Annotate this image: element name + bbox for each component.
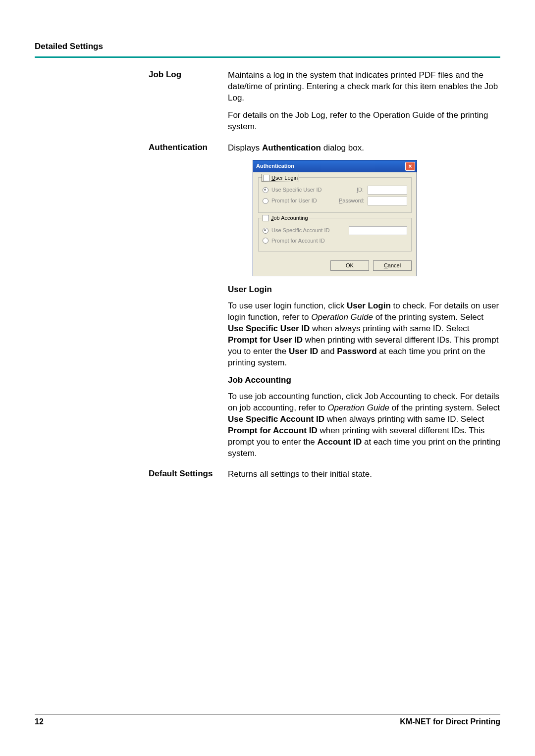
checkbox-user-login[interactable]	[263, 175, 269, 181]
auth-intro-b: Authentication	[262, 143, 321, 152]
legend-user-login[interactable]: User Login	[262, 174, 299, 182]
checkbox-job-accounting[interactable]	[263, 215, 269, 221]
fieldset-job-accounting: Job Accounting Use Specific Account ID	[258, 218, 412, 252]
desc-job-log: Maintains a log in the system that indic…	[228, 70, 500, 139]
job-log-p2: For details on the Job Log, refer to the…	[228, 110, 500, 133]
ja-b1: Use Specific Account ID	[228, 414, 324, 424]
ok-button[interactable]: OK	[330, 260, 369, 271]
auth-intro-a: Displays	[228, 143, 262, 152]
row-job-log: Job Log Maintains a log in the system th…	[149, 70, 500, 139]
ul-b2: Use Specific User ID	[228, 324, 310, 333]
content-area: Job Log Maintains a log in the system th…	[35, 70, 500, 486]
ul-b4: User ID	[289, 347, 319, 356]
fieldset-user-login: User Login Use Specific User ID ID:	[258, 177, 412, 213]
default-settings-p: Returns all settings to their initial st…	[228, 469, 500, 480]
ja-t3: when always printing with same ID. Selec…	[324, 414, 484, 424]
legend-user-login-text: User Login	[271, 174, 298, 182]
section-title: Detailed Settings	[35, 42, 500, 51]
product-name: KM-NET for Direct Printing	[400, 717, 500, 726]
desc-authentication: Displays Authentication dialog box. Auth…	[228, 143, 500, 465]
footer-row: 12 KM-NET for Direct Printing	[35, 717, 500, 726]
cancel-button[interactable]: Cancel	[373, 260, 412, 271]
radio-prompt-for-user-id[interactable]	[263, 198, 268, 204]
ul-b5: Password	[337, 347, 376, 356]
ja-b3: Account ID	[318, 437, 362, 447]
radio-prompt-for-account-id[interactable]	[263, 238, 268, 244]
opt-use-specific-user-id: Use Specific User ID	[271, 186, 321, 194]
input-account-id[interactable]	[349, 226, 407, 235]
row-prompt-for-user-id: Prompt for User ID Password:	[263, 197, 407, 205]
row-prompt-for-account-id: Prompt for Account ID	[263, 237, 407, 245]
ja-b2: Prompt for Account ID	[228, 426, 318, 435]
dialog-titlebar: Authentication ×	[253, 160, 417, 172]
label-password: Password:	[339, 197, 366, 204]
page-number: 12	[35, 717, 44, 726]
ul-t4: when always printing with same ID. Selec…	[310, 324, 469, 333]
ul-t1: To use user login function, click	[228, 301, 347, 310]
close-icon[interactable]: ×	[405, 162, 415, 171]
ul-b1: User Login	[347, 301, 391, 310]
ul-i1: Operation Guide	[311, 312, 373, 322]
dialog-title: Authentication	[256, 162, 294, 170]
input-password[interactable]	[368, 197, 407, 205]
legend-job-accounting-text: Job Accounting	[271, 214, 308, 222]
opt-prompt-for-user-id: Prompt for User ID	[271, 197, 317, 204]
footer: 12 KM-NET for Direct Printing	[35, 714, 500, 726]
authentication-dialog: Authentication × User Login	[253, 160, 417, 277]
dialog-body: User Login Use Specific User ID ID:	[253, 172, 417, 261]
job-log-p1: Maintains a log in the system that indic…	[228, 70, 500, 104]
row-use-specific-user-id: Use Specific User ID ID:	[263, 186, 407, 195]
legend-job-accounting[interactable]: Job Accounting	[262, 214, 309, 222]
user-login-desc: To use user login function, click User L…	[228, 301, 500, 369]
job-accounting-desc: To use job accounting function, click Jo…	[228, 391, 500, 459]
heading-job-accounting: Job Accounting	[228, 375, 500, 386]
heading-user-login: User Login	[228, 284, 500, 296]
row-authentication: Authentication Displays Authentication d…	[149, 143, 500, 465]
ja-t2: of the printing system. Select	[389, 403, 500, 412]
ja-i1: Operation Guide	[327, 403, 389, 412]
label-default-settings: Default Settings	[149, 469, 228, 486]
radio-use-specific-user-id[interactable]	[263, 187, 268, 193]
input-id[interactable]	[368, 186, 407, 195]
ul-b3: Prompt for User ID	[228, 335, 303, 345]
opt-use-specific-account-id: Use Specific Account ID	[271, 227, 329, 234]
dialog-buttons: OK Cancel	[253, 260, 417, 276]
ul-t6: and	[318, 347, 337, 356]
label-id: ID:	[339, 186, 366, 194]
page: Detailed Settings Job Log Maintains a lo…	[0, 0, 535, 756]
ul-t3: of the printing system. Select	[373, 312, 483, 322]
auth-intro-c: dialog box.	[321, 143, 364, 152]
footer-divider	[35, 714, 500, 714]
row-use-specific-account-id: Use Specific Account ID	[263, 226, 407, 235]
radio-use-specific-account-id[interactable]	[263, 228, 268, 234]
divider	[35, 56, 500, 58]
desc-default-settings: Returns all settings to their initial st…	[228, 469, 500, 486]
label-authentication: Authentication	[149, 143, 228, 465]
opt-prompt-for-account-id: Prompt for Account ID	[271, 237, 325, 245]
row-default-settings: Default Settings Returns all settings to…	[149, 469, 500, 486]
label-job-log: Job Log	[149, 70, 228, 139]
auth-intro: Displays Authentication dialog box.	[228, 143, 500, 154]
